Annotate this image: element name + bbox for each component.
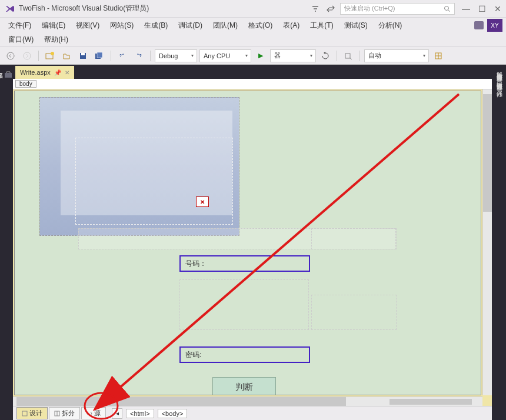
svg-rect-16	[22, 411, 27, 416]
design-surface-shell: ✕ 号码： 密码: 判断	[13, 89, 492, 406]
tab-strip: Write.aspx 📌 ✕	[13, 65, 492, 79]
layout-button[interactable]	[431, 49, 445, 63]
svg-rect-9	[97, 52, 102, 58]
refresh-button[interactable]	[318, 49, 332, 63]
svg-point-5	[51, 52, 54, 55]
menu-bar-row2: 窗口(W) 帮助(H)	[0, 33, 506, 47]
view-tabs-bar: 设计 拆分 源 ◂ <html> <body>	[13, 406, 492, 420]
nav-fwd-button[interactable]	[20, 49, 34, 63]
svg-rect-10	[345, 54, 350, 58]
menu-test[interactable]: 测试(S)	[339, 19, 372, 32]
menu-website[interactable]: 网站(S)	[105, 19, 138, 32]
svg-rect-15	[5, 73, 12, 78]
browser-dropdown[interactable]: 器	[270, 49, 316, 62]
vertical-scrollbar[interactable]	[482, 89, 492, 395]
quick-launch-input[interactable]: 快速启动 (Ctrl+Q)	[340, 3, 455, 15]
path-html[interactable]: <html>	[126, 409, 154, 418]
judge-button[interactable]: 判断	[212, 377, 276, 395]
minimize-button[interactable]: —	[462, 4, 470, 14]
tab-label: Write.aspx	[20, 69, 51, 76]
platform-dropdown[interactable]: Any CPU	[199, 49, 251, 62]
view-tab-design[interactable]: 设计	[16, 407, 48, 419]
maximize-button[interactable]: ☐	[478, 4, 486, 14]
hscroll-right-segment	[390, 399, 472, 405]
toolbar: Debug Any CPU ▶ 器 自动	[0, 47, 506, 65]
broken-image-icon[interactable]: ✕	[196, 196, 209, 207]
toolbox-icon[interactable]	[4, 71, 13, 79]
main-area: 工具箱 Write.aspx 📌 ✕ body ✕	[0, 65, 506, 420]
blue-panel[interactable]: ✕	[39, 97, 239, 236]
svg-rect-7	[81, 53, 85, 55]
section-panel-1r[interactable]	[311, 228, 397, 249]
design-surface[interactable]: ✕ 号码： 密码: 判断	[14, 91, 481, 395]
auto-dropdown[interactable]: 自动	[364, 49, 429, 62]
new-project-button[interactable]	[43, 49, 57, 63]
title-dropdown-icon[interactable]	[311, 4, 320, 14]
source-icon	[86, 411, 92, 416]
menu-edit[interactable]: 编辑(E)	[37, 19, 70, 32]
find-button[interactable]	[341, 49, 355, 63]
svg-line-1	[448, 10, 450, 12]
number-label: 号码：	[185, 259, 207, 269]
canvas-body[interactable]: ✕ 号码： 密码: 判断	[26, 97, 480, 395]
hscroll-thumb[interactable]	[16, 397, 346, 406]
search-icon	[444, 5, 451, 12]
svg-point-2	[7, 52, 14, 59]
close-tab-icon[interactable]: ✕	[65, 69, 69, 76]
pin-icon[interactable]: 📌	[54, 69, 61, 76]
nav-back-button[interactable]	[4, 49, 18, 63]
menu-debug[interactable]: 调试(D)	[174, 19, 207, 32]
config-dropdown[interactable]: Debug	[155, 49, 197, 62]
vscroll-thumb[interactable]	[483, 94, 492, 212]
redo-button[interactable]	[132, 49, 146, 63]
menu-file[interactable]: 文件(F)	[4, 19, 36, 32]
right-panel-team[interactable]: 团队资源管理器	[495, 77, 503, 81]
password-label: 密码:	[185, 350, 201, 360]
open-button[interactable]	[59, 49, 74, 63]
quick-launch-placeholder: 快速启动 (Ctrl+Q)	[344, 4, 395, 13]
path-nav-left[interactable]: ◂	[112, 408, 122, 419]
document-area: Write.aspx 📌 ✕ body ✕ 号码：	[13, 65, 492, 420]
menu-team[interactable]: 团队(M)	[208, 19, 242, 32]
menu-analyze[interactable]: 分析(N)	[374, 19, 407, 32]
vs-logo-icon	[5, 4, 15, 14]
title-bar: TwoFish - Microsoft Visual Studio(管理员) 快…	[0, 0, 506, 18]
design-icon	[22, 411, 28, 416]
title-sync-icon[interactable]	[326, 4, 335, 14]
breadcrumb-body[interactable]: body	[15, 80, 36, 88]
svg-point-3	[24, 52, 31, 59]
close-button[interactable]: ✕	[494, 4, 501, 14]
menu-help[interactable]: 帮助(H)	[39, 33, 73, 46]
view-tab-split[interactable]: 拆分	[49, 407, 80, 419]
breadcrumb-bar: body	[13, 79, 492, 89]
menu-view[interactable]: 视图(V)	[71, 19, 104, 32]
document-tab[interactable]: Write.aspx 📌 ✕	[15, 66, 74, 79]
menu-window[interactable]: 窗口(W)	[4, 33, 38, 46]
menu-bar: 文件(F) 编辑(E) 视图(V) 网站(S) 生成(B) 调试(D) 团队(M…	[0, 18, 506, 33]
undo-button[interactable]	[115, 49, 129, 63]
right-panel-solution[interactable]: 解决方案资源管理器	[495, 67, 503, 72]
menu-format[interactable]: 格式(O)	[244, 19, 277, 32]
middle-dashed-box[interactable]	[179, 279, 309, 330]
svg-point-0	[445, 6, 449, 10]
password-field[interactable]: 密码:	[179, 346, 310, 363]
window-title: TwoFish - Microsoft Visual Studio(管理员)	[19, 4, 149, 14]
blue-panel-dashed	[75, 138, 233, 225]
judge-button-label: 判断	[235, 382, 253, 393]
right-rail: 解决方案资源管理器 团队资源管理器 属性	[492, 65, 506, 420]
menu-build[interactable]: 生成(B)	[139, 19, 172, 32]
menu-table[interactable]: 表(A)	[278, 19, 304, 32]
middle-dashed-box-r[interactable]	[311, 295, 397, 330]
notification-icon[interactable]	[474, 21, 484, 29]
right-panel-properties[interactable]: 属性	[495, 86, 503, 87]
start-button[interactable]: ▶	[254, 49, 268, 63]
menu-tools[interactable]: 工具(T)	[305, 19, 338, 32]
view-tab-source[interactable]: 源	[81, 407, 106, 419]
number-field[interactable]: 号码：	[179, 255, 310, 272]
save-button[interactable]	[76, 49, 90, 63]
save-all-button[interactable]	[92, 49, 106, 63]
split-icon	[54, 411, 60, 416]
account-badge[interactable]: XY	[487, 19, 502, 32]
path-body[interactable]: <body>	[158, 409, 188, 418]
left-rail[interactable]: 工具箱	[0, 65, 13, 420]
